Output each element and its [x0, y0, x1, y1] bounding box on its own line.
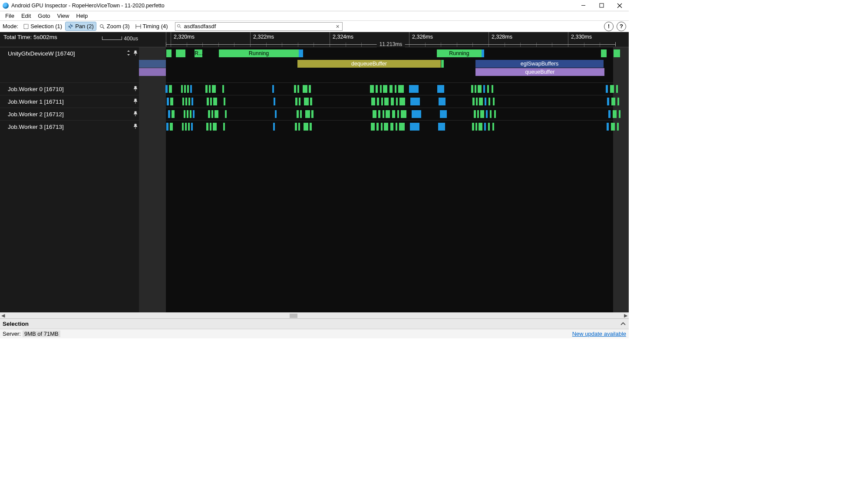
pin-icon[interactable] [132, 86, 139, 92]
clear-search-button[interactable]: × [333, 23, 342, 30]
trace-slice[interactable] [295, 123, 297, 131]
trace-slice[interactable] [373, 110, 376, 118]
trace-slice[interactable] [184, 110, 185, 118]
trace-slice[interactable] [185, 98, 187, 105]
trace-slice[interactable] [482, 49, 484, 57]
trace-slice[interactable]: dequeueBuffer [297, 60, 441, 68]
trace-slice[interactable] [215, 110, 218, 118]
trace-slice[interactable] [213, 98, 217, 105]
trace-slice[interactable] [182, 98, 184, 105]
pin-icon[interactable] [132, 111, 139, 118]
trace-slice[interactable] [376, 85, 378, 93]
trace-slice[interactable] [371, 98, 375, 105]
trace-slice[interactable] [474, 110, 476, 118]
trace-slice[interactable] [492, 123, 494, 131]
scroll-thumb[interactable] [290, 314, 297, 318]
trace-slice[interactable] [210, 123, 211, 131]
menu-file[interactable]: File [2, 12, 18, 20]
trace-slice[interactable] [305, 110, 310, 118]
trace-slice[interactable] [380, 85, 382, 93]
trace-slice[interactable] [191, 123, 193, 131]
trace-slice[interactable] [172, 110, 175, 118]
trace-slice[interactable] [440, 110, 447, 118]
trace-slice[interactable] [472, 98, 475, 105]
trace-slice[interactable] [299, 98, 300, 105]
trace-slice[interactable] [210, 98, 212, 105]
trace-slice[interactable] [607, 123, 609, 131]
track-unitygfx[interactable]: UnityGfxDeviceW [16740] [0, 47, 139, 60]
trace-slice[interactable] [383, 85, 387, 93]
trace-slice[interactable] [606, 85, 608, 93]
pin-icon[interactable] [132, 98, 139, 105]
trace-slice[interactable] [272, 85, 274, 93]
trace-slice[interactable] [484, 123, 486, 131]
trace-slice[interactable] [613, 110, 617, 118]
trace-slice[interactable] [299, 49, 303, 57]
menu-help[interactable]: Help [73, 12, 92, 20]
trace-slice[interactable] [617, 123, 619, 131]
trace-slice[interactable] [297, 110, 299, 118]
menu-edit[interactable]: Edit [18, 12, 34, 20]
trace-slice[interactable] [383, 110, 384, 118]
trace-slice[interactable] [399, 123, 405, 131]
trace-slice[interactable] [397, 110, 399, 118]
trace-slice[interactable] [304, 98, 309, 105]
trace-slice[interactable] [294, 85, 296, 93]
trace-slice[interactable] [191, 98, 193, 105]
trace-slice[interactable] [275, 110, 277, 118]
trace-slice[interactable]: Running [437, 49, 482, 57]
trace-slice[interactable] [479, 123, 482, 131]
trace-slice[interactable] [616, 85, 618, 93]
menu-goto[interactable]: Goto [34, 12, 53, 20]
trace-slice[interactable] [190, 110, 191, 118]
trace-slice[interactable] [479, 98, 483, 105]
trace-slice[interactable] [224, 98, 225, 105]
trace-slice[interactable] [310, 98, 312, 105]
trace-slice[interactable] [493, 98, 495, 105]
trace-slice[interactable] [169, 85, 172, 93]
trace-slice[interactable] [477, 110, 479, 118]
trace-slice[interactable] [205, 85, 208, 93]
trace-slice[interactable]: R... [195, 49, 202, 57]
trace-slice[interactable]: eglSwapBuffers [475, 60, 604, 68]
horizontal-scrollbar[interactable]: ◀ ▶ [0, 312, 629, 318]
trace-slice[interactable] [485, 98, 486, 105]
selection-panel-header[interactable]: Selection [0, 318, 629, 329]
trace-slice[interactable] [441, 60, 444, 68]
trace-slice[interactable] [390, 123, 393, 131]
trace-slice[interactable] [476, 98, 478, 105]
trace-slice[interactable] [184, 85, 186, 93]
trace-slice[interactable] [438, 123, 445, 131]
trace-slice[interactable] [610, 85, 614, 93]
trace-slice[interactable] [377, 98, 379, 105]
search-input[interactable] [183, 23, 333, 29]
trace-slice[interactable] [188, 98, 190, 105]
trace-slice[interactable] [209, 85, 211, 93]
trace-slice[interactable] [274, 98, 275, 105]
trace-slice[interactable] [303, 85, 307, 93]
trace-slice[interactable] [488, 98, 490, 105]
trace-slice[interactable] [185, 123, 187, 131]
trace-slice[interactable] [371, 123, 375, 131]
trace-slice[interactable] [222, 85, 224, 93]
minimize-button[interactable] [574, 0, 592, 11]
trace-slice[interactable] [399, 98, 405, 105]
update-link[interactable]: New update available [572, 331, 626, 337]
trace-slice[interactable] [494, 110, 496, 118]
pin-icon[interactable] [132, 124, 139, 130]
trace-slice[interactable] [412, 110, 421, 118]
trace-slice[interactable] [492, 85, 493, 93]
menu-view[interactable]: View [54, 12, 73, 20]
trace-slice[interactable] [384, 98, 389, 105]
trace-slice[interactable] [311, 110, 314, 118]
track-worker[interactable]: Job.Worker 0 [16710] [0, 83, 139, 95]
trace-slice[interactable] [614, 49, 620, 57]
trace-slice[interactable] [182, 123, 184, 131]
trace-slice[interactable] [395, 85, 396, 93]
trace-slice[interactable] [225, 110, 227, 118]
trace-slice[interactable] [490, 110, 492, 118]
trace-slice[interactable]: Running [219, 49, 299, 57]
trace-slice[interactable] [309, 85, 311, 93]
scroll-left-button[interactable]: ◀ [0, 313, 6, 318]
trace-slice[interactable] [607, 98, 609, 105]
